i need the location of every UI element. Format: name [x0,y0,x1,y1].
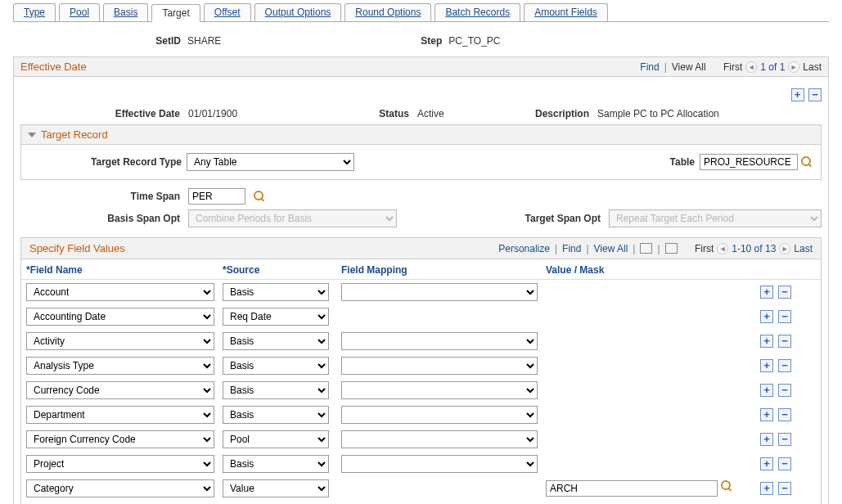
col-field-name[interactable]: Field Name [26,264,223,276]
field-name-select[interactable]: Department [26,406,214,424]
tab-basis[interactable]: Basis [103,3,148,21]
field-values-toolbar: Personalize | Find | View All | | First … [498,243,813,254]
field-mapping-select[interactable] [341,381,538,399]
col-value-mask[interactable]: Value / Mask [546,264,750,276]
field-mapping-select[interactable] [341,357,538,375]
row-delete-button[interactable]: − [778,482,791,495]
row-delete-button[interactable]: − [778,286,791,299]
grid-icon[interactable] [665,243,678,254]
row-delete-button[interactable]: − [778,310,791,323]
target-record-header[interactable]: Target Record [21,125,821,145]
table-row: Foreign Currency CodePool+− [21,427,821,452]
target-record-type-label: Target Record Type [29,156,182,168]
value-mask-input[interactable] [546,480,718,497]
add-row-button[interactable]: + [791,88,804,101]
delete-row-button[interactable]: − [808,88,822,101]
row-add-button[interactable]: + [760,408,773,421]
field-name-select[interactable]: Currency Code [26,381,214,399]
table-row: DepartmentBasis+− [21,403,821,427]
tab-target[interactable]: Target [151,4,200,22]
row-add-button[interactable]: + [760,286,773,299]
field-mapping-select[interactable] [341,283,538,301]
fv-find-link[interactable]: Find [562,243,581,254]
row-add-button[interactable]: + [760,433,773,446]
col-field-mapping[interactable]: Field Mapping [341,264,546,276]
field-name-select[interactable]: Account [26,283,214,301]
tab-amount-fields[interactable]: Amount Fields [524,3,608,21]
source-select[interactable]: Req Date [223,308,329,326]
header-info-row: SetID SHARE Step PC_TO_PC [13,30,829,56]
table-lookup-icon[interactable] [801,156,813,168]
row-add-button[interactable]: + [760,384,773,397]
description-value: Sample PC to PC Allocation [597,108,719,119]
personalize-link[interactable]: Personalize [498,243,550,254]
source-select[interactable]: Value [223,479,329,497]
field-name-select[interactable]: Category [26,479,214,497]
row-add-button[interactable]: + [760,457,773,470]
tab-pool[interactable]: Pool [59,3,100,21]
source-select[interactable]: Basis [223,455,329,473]
tab-offset[interactable]: Offset [204,3,251,21]
source-select[interactable]: Pool [223,430,329,448]
row-add-button[interactable]: + [760,482,773,495]
row-delete-button[interactable]: − [778,433,791,446]
effective-date-body: + − Effective Date 01/01/1900 Status Act… [13,77,829,504]
zoom-icon[interactable] [640,243,652,254]
row-delete-button[interactable]: − [778,408,791,421]
table-row: Currency CodeBasis+− [21,378,821,403]
row-add-button[interactable]: + [760,359,773,372]
counter-text: 1 of 1 [760,61,785,73]
row-add-button[interactable]: + [760,310,773,323]
table-input[interactable] [700,154,798,170]
fv-prev-arrow-icon[interactable]: ◄ [717,243,728,254]
field-name-select[interactable]: Analysis Type [26,357,214,375]
tab-type[interactable]: Type [13,3,56,21]
first-text: First [723,61,742,73]
row-delete-button[interactable]: − [778,457,791,470]
source-select[interactable]: Basis [223,332,329,350]
fv-counter-text[interactable]: 1-10 of 13 [732,243,776,254]
fv-next-arrow-icon[interactable]: ► [779,243,790,254]
source-select[interactable]: Basis [223,406,329,424]
source-select[interactable]: Basis [223,283,329,301]
tab-batch-records[interactable]: Batch Records [435,3,520,21]
fv-first-text: First [695,243,714,254]
fv-last-link[interactable]: Last [794,243,813,254]
field-values-title: Specify Field Values [29,242,125,254]
value-lookup-icon[interactable] [721,480,732,492]
target-record-type-select[interactable]: Any Table [187,153,354,171]
find-link[interactable]: Find [640,61,659,73]
field-mapping-select[interactable] [341,455,538,473]
table-row: ProjectBasis+− [21,452,821,476]
tab-strip: TypePoolBasisTargetOffsetOutput OptionsR… [13,3,829,22]
field-name-select[interactable]: Foreign Currency Code [26,430,214,448]
field-name-select[interactable]: Project [26,455,214,473]
row-add-button[interactable]: + [760,335,773,348]
field-name-select[interactable]: Activity [26,332,214,350]
col-source[interactable]: Source [223,264,341,276]
source-select[interactable]: Basis [223,381,329,399]
target-record-title: Target Record [41,128,108,141]
next-arrow-icon[interactable]: ► [788,61,799,73]
row-delete-button[interactable]: − [778,335,791,348]
fv-view-all-link[interactable]: View All [594,243,628,254]
eff-date-value: 01/01/1900 [188,108,335,119]
setid-value: SHARE [187,35,221,47]
field-mapping-select[interactable] [341,332,538,350]
prev-arrow-icon[interactable]: ◄ [745,61,757,73]
collapse-arrow-icon [28,133,36,137]
source-select[interactable]: Basis [223,357,329,375]
row-delete-button[interactable]: − [778,359,791,372]
basis-span-label: Basis Span Opt [20,213,180,224]
tab-output-options[interactable]: Output Options [254,3,342,21]
field-name-select[interactable]: Accounting Date [26,308,214,326]
field-mapping-select[interactable] [341,406,538,424]
field-mapping-select[interactable] [341,430,538,448]
time-span-input[interactable] [188,188,245,205]
effective-date-nav: Find | View All First ◄ 1 of 1 ► Last [640,61,822,73]
row-delete-button[interactable]: − [778,384,791,397]
time-span-lookup-icon[interactable] [254,191,265,202]
step-value: PC_TO_PC [448,35,500,47]
tab-round-options[interactable]: Round Options [344,3,431,21]
target-span-label: Target Span Opt [525,213,601,224]
